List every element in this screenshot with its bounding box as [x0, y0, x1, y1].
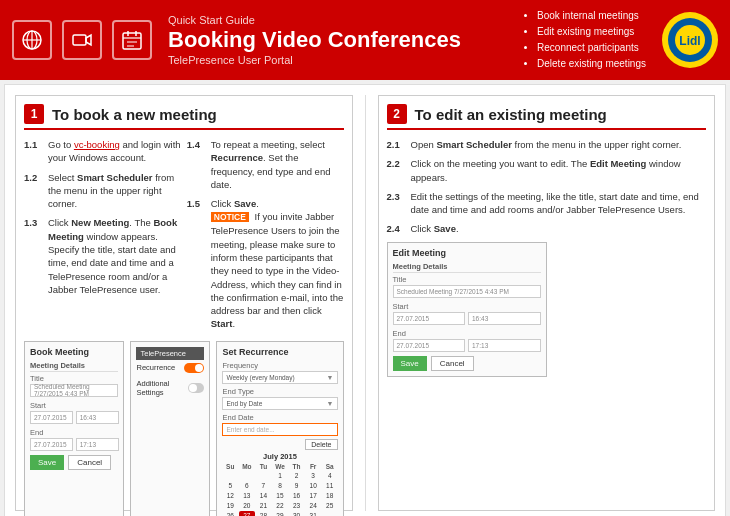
freq-label: Frequency [222, 361, 337, 370]
start-row: 27.07.2015 16:43 [30, 411, 118, 424]
lidl-logo: Lidl [662, 12, 718, 68]
edit-end-time[interactable]: 17:13 [468, 339, 541, 352]
cal-delete-row: Delete [222, 439, 337, 450]
globe-icon [12, 20, 52, 60]
step-2-4-num: 2.4 [387, 222, 405, 235]
toggle2-dot [189, 384, 197, 392]
step-1-4-text: To repeat a meeting, select Recurrence. … [211, 138, 344, 191]
bullet-4: Delete existing meetings [537, 56, 646, 72]
step-2-3-num: 2.3 [387, 190, 405, 217]
edit-end-row: 27.07.2015 17:13 [393, 339, 541, 352]
start-date-input[interactable]: 27.07.2015 [30, 411, 73, 424]
col-tu: Tu [256, 463, 272, 470]
end-type-arrow: ▼ [327, 400, 334, 407]
end-date-label: End Date [222, 413, 337, 422]
cal-month: July 2015 [222, 452, 337, 461]
step-2-1: 2.1 Open Smart Scheduler from the menu i… [387, 138, 707, 151]
mini-calendar: July 2015 Su Mo Tu We Th Fr Sa 1 [222, 452, 337, 516]
save-button[interactable]: Save [30, 455, 64, 470]
tp-header: TelePresence [136, 347, 204, 360]
telepresence-mock: TelePresence Recurrence Additional Setti… [130, 341, 210, 516]
end-date-input-rec[interactable]: Enter end date... [222, 423, 337, 436]
section-divider [365, 95, 366, 511]
edit-end-label: End [393, 329, 541, 338]
start-time-input[interactable]: 16:43 [76, 411, 119, 424]
step-1-3-num: 1.3 [24, 216, 42, 296]
vc-booking-link[interactable]: vc-booking [74, 139, 120, 150]
col-we: We [272, 463, 288, 470]
freq-arrow: ▼ [327, 374, 334, 381]
end-type-label: End Type [222, 387, 337, 396]
end-type-select[interactable]: End by Date ▼ [222, 397, 337, 410]
cancel-button[interactable]: Cancel [68, 455, 111, 470]
section-edit-meeting: 2 To edit an existing meeting 2.1 Open S… [378, 95, 716, 511]
edit-meeting-mock: Edit Meeting Meeting Details Title Sched… [387, 242, 547, 377]
header-subtitle: TelePresence User Portal [168, 54, 523, 66]
delete-button[interactable]: Delete [305, 439, 337, 450]
step-2-2-num: 2.2 [387, 157, 405, 184]
book-meeting-title: Book Meeting [30, 347, 118, 357]
svg-rect-4 [73, 35, 86, 45]
svg-rect-6 [123, 33, 141, 49]
header-text: Quick Start Guide Booking Video Conferen… [168, 14, 523, 66]
step-1-3: 1.3 Click New Meeting. The Book Meeting … [24, 216, 181, 296]
notice-badge: NOTICE [211, 212, 249, 222]
step-1-2: 1.2 Select Smart Scheduler from the menu… [24, 171, 181, 211]
title-input[interactable]: Scheduled Meeting 7/27/2015 4:43 PM [30, 384, 118, 397]
step-1-5: 1.5 Click Save.NOTICE If you invite Jabb… [187, 197, 344, 331]
header-icons [12, 20, 152, 60]
section-book-meeting: 1 To book a new meeting 1.1 Go to vc-boo… [15, 95, 353, 511]
header: Quick Start Guide Booking Video Conferen… [0, 0, 730, 80]
step-1-4: 1.4 To repeat a meeting, select Recurren… [187, 138, 344, 191]
step-1-2-text: Select Smart Scheduler from the menu in … [48, 171, 181, 211]
toggle-dot [195, 364, 203, 372]
section2-number: 2 [387, 104, 407, 124]
tp-title: TelePresence [140, 349, 185, 358]
step-1-5-text: Click Save.NOTICE If you invite Jabber T… [211, 197, 344, 331]
step-2-3-text: Edit the settings of the meeting, like t… [411, 190, 707, 217]
edit-section-label: Meeting Details [393, 262, 541, 273]
additional-row: Additional Settings [136, 379, 204, 397]
step-2-2-text: Click on the meeting you want to edit. T… [411, 157, 707, 184]
recurrence-toggle[interactable] [184, 363, 204, 373]
edit-start-row: 27.07.2015 16:43 [393, 312, 541, 325]
step-1-1: 1.1 Go to vc-booking and login with your… [24, 138, 181, 165]
edit-cancel-button[interactable]: Cancel [431, 356, 474, 371]
step-1-1-num: 1.1 [24, 138, 42, 165]
col-mo: Mo [239, 463, 255, 470]
step-1-2-num: 1.2 [24, 171, 42, 211]
bullet-3: Reconnect participants [537, 40, 646, 56]
section2-title: To edit an existing meeting [415, 106, 607, 123]
edit-start-date[interactable]: 27.07.2015 [393, 312, 466, 325]
step-1-4-num: 1.4 [187, 138, 205, 191]
section1-title: To book a new meeting [52, 106, 217, 123]
step-2-1-text: Open Smart Scheduler from the menu in th… [411, 138, 682, 151]
video-icon [62, 20, 102, 60]
edit-end-date[interactable]: 27.07.2015 [393, 339, 466, 352]
edit-title-input[interactable]: Scheduled Meeting 7/27/2015 4:43 PM [393, 285, 541, 298]
header-bullets: Book internal meetings Edit existing mee… [523, 8, 646, 72]
end-time-input[interactable]: 17:13 [76, 438, 119, 451]
col-su: Su [222, 463, 238, 470]
step-1-3-text: Click New Meeting. The Book Meeting wind… [48, 216, 181, 296]
cal-grid: Su Mo Tu We Th Fr Sa 1 2 3 4 [222, 463, 337, 516]
additional-label: Additional Settings [136, 379, 187, 397]
end-date-input[interactable]: 27.07.2015 [30, 438, 73, 451]
section1-header: 1 To book a new meeting [24, 104, 344, 130]
calendar-icon [112, 20, 152, 60]
additional-toggle[interactable] [188, 383, 205, 393]
end-label: End [30, 428, 118, 437]
start-label: Start [30, 401, 118, 410]
freq-select[interactable]: Weekly (every Monday) ▼ [222, 371, 337, 384]
edit-start-time[interactable]: 16:43 [468, 312, 541, 325]
edit-save-button[interactable]: Save [393, 356, 427, 371]
section1-number: 1 [24, 104, 44, 124]
book-section-label: Meeting Details [30, 361, 118, 372]
header-title: Booking Video Conferences [168, 28, 523, 52]
step-1-1-text: Go to vc-booking and login with your Win… [48, 138, 181, 165]
book-meeting-mock: Book Meeting Meeting Details Title Sched… [24, 341, 124, 516]
mock-ui-row-2: Edit Meeting Meeting Details Title Sched… [387, 242, 707, 377]
col-sa: Sa [322, 463, 338, 470]
bullet-2: Edit existing meetings [537, 24, 646, 40]
edit-title-label: Title [393, 275, 541, 284]
